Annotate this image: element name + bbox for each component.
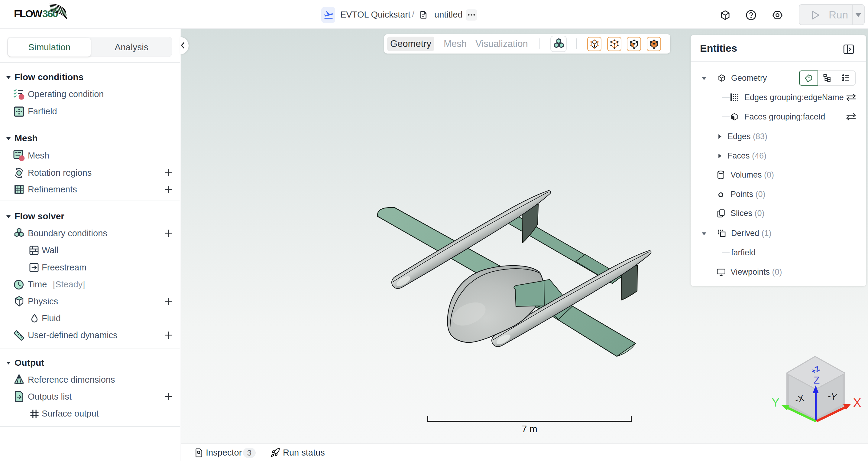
svg-text:Y: Y: [772, 396, 780, 409]
svg-text:Z: Z: [814, 374, 819, 386]
svg-text:X: X: [853, 396, 861, 409]
svg-text:FLOW: FLOW: [14, 8, 42, 19]
svg-text:7 m: 7 m: [522, 424, 537, 434]
